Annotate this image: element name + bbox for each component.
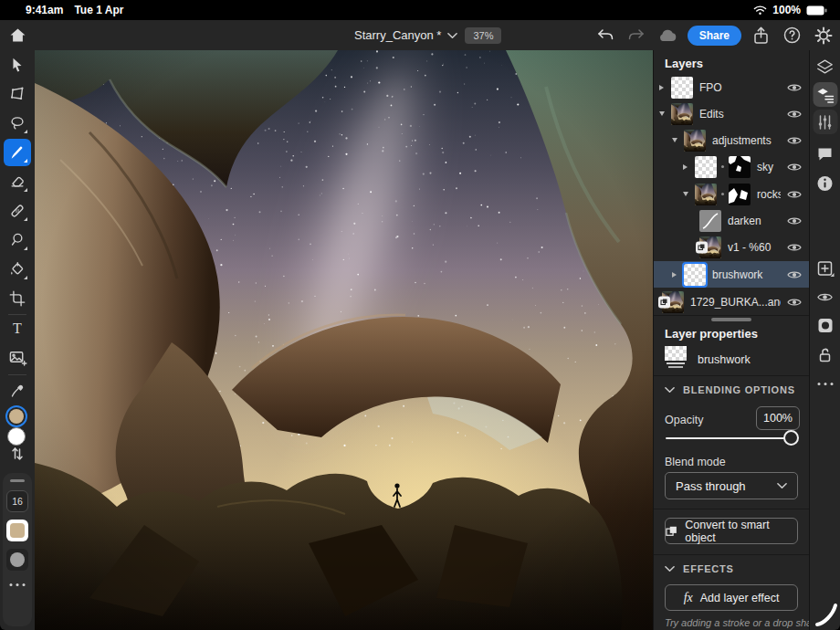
zoom-level-badge[interactable]: 37% [465,27,501,44]
disclosure-right-icon[interactable] [672,272,677,278]
visibility-toggle[interactable] [787,135,802,146]
comments-button[interactable] [813,142,837,166]
disclosure-down-icon[interactable] [659,111,665,117]
visibility-toggle[interactable] [787,297,802,308]
type-tool[interactable]: T [4,315,31,342]
visibility-toggle[interactable] [787,215,802,226]
smart-object-thumbnail[interactable] [699,236,721,258]
eyedropper-tool[interactable] [4,376,31,404]
eye-icon [817,291,834,303]
layer-mask-thumbnail[interactable] [729,184,751,205]
visibility-toggle[interactable] [787,189,802,200]
more-layer-options-button[interactable] [813,372,837,396]
brush-color-chip[interactable] [6,520,28,541]
disclosure-right-icon[interactable] [659,85,665,90]
layer-row-rocks[interactable]: rocks [654,181,809,207]
swap-colors-button[interactable] [4,443,31,465]
share-button[interactable]: Share [688,26,741,46]
brush-size-chip[interactable]: 16 [6,490,28,512]
opacity-slider-knob[interactable] [783,430,799,446]
brush-opacity-chip[interactable] [6,549,28,571]
blend-mode-value: Pass through [676,479,746,493]
effects-header[interactable]: EFFECTS [665,563,734,574]
disclosure-right-icon[interactable] [683,164,688,170]
layer-thumbnail[interactable] [671,103,693,125]
visibility-toggle[interactable] [787,242,802,253]
fill-tool[interactable] [4,256,31,283]
brush-color [10,523,25,538]
visibility-toggle[interactable] [787,109,802,120]
more-brush-options-button[interactable] [10,583,26,586]
add-layer-button[interactable] [813,256,837,280]
opacity-slider[interactable] [666,437,797,439]
visibility-toggle[interactable] [787,82,802,93]
layer-thumbnail[interactable] [671,77,693,99]
home-button[interactable] [0,20,35,50]
layers-stack-icon [816,58,835,75]
layer-row-darken[interactable]: darken [654,207,809,234]
export-button[interactable] [750,24,772,47]
brush-tool[interactable] [4,139,31,166]
convert-to-smart-object-button[interactable]: Convert to smart object [665,518,798,544]
pencil-gesture-indicator [814,603,838,627]
heal-tool[interactable] [4,197,31,225]
redo-button[interactable] [625,24,648,47]
clone-stamp-tool[interactable] [4,226,31,254]
undo-button[interactable] [594,24,617,47]
adjustment-layer-thumbnail[interactable] [699,210,721,232]
mask-link-dot [721,165,724,168]
blend-mode-dropdown[interactable]: Pass through [665,472,798,499]
panel-drag-handle[interactable] [10,479,25,482]
layer-thumbnail[interactable] [695,184,717,205]
layer-mask-button[interactable] [813,313,837,338]
place-photo-tool[interactable] [4,344,31,372]
photoshop-ipad-app: 9:41am Tue 1 Apr 100% Starry_Canyon * 37… [0,0,840,630]
layer-row-edits[interactable]: Edits [654,100,809,127]
effects-hint-text: Try adding a stroke or a drop shadow. [665,617,803,628]
layers-view-button[interactable] [813,54,837,79]
add-layer-effect-button[interactable]: fx Add layer effect [665,584,798,611]
canvas-artwork [35,50,653,630]
layer-thumbnail[interactable] [695,156,717,178]
layer-visibility-button[interactable] [813,285,837,310]
layer-row-adjustments[interactable]: adjustments [654,127,809,153]
layer-thumbnail[interactable] [684,264,706,286]
chevron-down-icon [447,32,457,39]
move-tool[interactable] [4,51,31,79]
visibility-toggle[interactable] [787,269,802,280]
tool-rail: T 16 [0,50,35,630]
document-title-menu[interactable]: Starry_Canyon * [354,28,457,42]
layer-thumbnail[interactable] [684,130,706,152]
foreground-color-swatch[interactable] [5,405,27,427]
lock-layer-button[interactable] [813,342,837,367]
layer-properties-icon [816,87,834,103]
transform-tool[interactable] [4,80,31,108]
disclosure-down-icon[interactable] [683,192,688,197]
crop-tool[interactable] [4,285,31,312]
eraser-tool[interactable] [4,168,31,195]
layer-row-sky[interactable]: sky [654,153,809,180]
settings-button[interactable] [812,24,835,47]
layer-mask-thumbnail[interactable] [729,156,751,178]
smart-object-thumbnail[interactable] [662,291,684,313]
blending-options-header[interactable]: BLENDING OPTIONS [665,384,795,395]
opacity-value: 100% [763,412,793,425]
lasso-tool[interactable] [4,110,31,137]
layer-properties-view-button[interactable] [813,82,837,107]
cloud-sync-button[interactable] [656,24,679,47]
layers-panel-resize-handle[interactable] [711,318,751,321]
info-button[interactable] [813,171,837,195]
opacity-label: Opacity [665,414,703,426]
opacity-value-field[interactable]: 100% [756,406,800,430]
disclosure-down-icon[interactable] [672,138,677,143]
chevron-down-icon [665,565,675,572]
layer-row-v1[interactable]: v1 - %60 [654,234,809,260]
canvas-area[interactable] [35,50,653,630]
layer-row-1729[interactable]: 1729_BURKA...anced-NR33 [654,289,809,315]
adjustments-view-button[interactable] [813,110,837,134]
layer-row-brushwork-selected[interactable]: brushwork [654,261,809,288]
layer-row-fpo[interactable]: FPO [654,74,809,100]
visibility-toggle[interactable] [787,162,802,173]
help-button[interactable] [781,24,803,47]
smart-object-badge-icon [696,241,708,253]
